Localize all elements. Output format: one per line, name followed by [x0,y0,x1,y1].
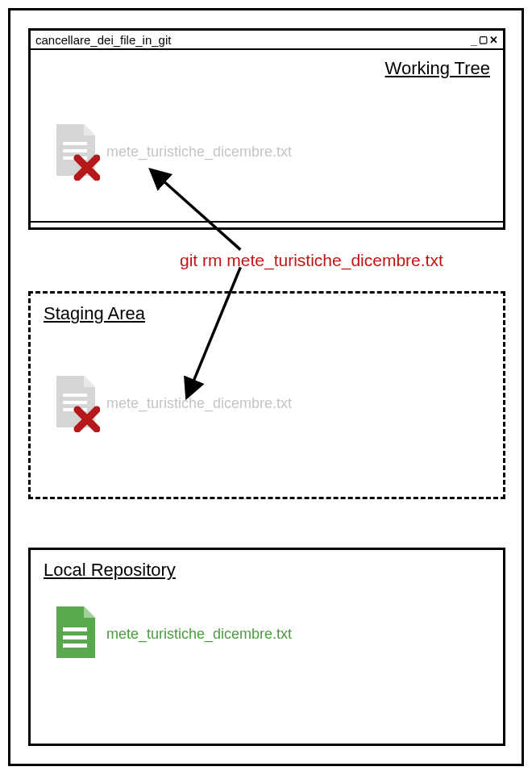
file-deleted-icon [53,374,100,432]
staging-area-title: Staging Area [31,294,503,324]
staging-area-file: mete_turistiche_dicembre.txt [53,374,292,432]
staging-area-file-name: mete_turistiche_dicembre.txt [106,395,292,412]
staging-area: Staging Area mete_turistiche_dicembre.t [28,291,505,499]
working-tree-window: cancellare_dei_file_in_git _ ▢ ✕ Working… [28,28,505,230]
git-command: git rm mete_turistiche_dicembre.txt [180,251,443,270]
diagram-frame: cancellare_dei_file_in_git _ ▢ ✕ Working… [8,8,524,766]
window-controls: _ ▢ ✕ [471,33,498,47]
local-repository-file: mete_turistiche_dicembre.txt [53,605,292,663]
file-deleted-icon [53,123,100,181]
file-icon [53,605,100,663]
window-status-bar [31,221,503,227]
local-repository-file-name: mete_turistiche_dicembre.txt [106,626,292,643]
maximize-icon[interactable]: ▢ [479,34,488,45]
window-titlebar: cancellare_dei_file_in_git _ ▢ ✕ [31,31,503,50]
working-tree-file: mete_turistiche_dicembre.txt [53,123,292,181]
svg-rect-7 [63,635,87,640]
svg-rect-6 [63,627,87,631]
svg-rect-1 [63,149,87,152]
close-icon[interactable]: ✕ [489,34,498,46]
svg-rect-4 [63,401,87,404]
svg-rect-0 [63,142,87,145]
minimize-icon[interactable]: _ [471,33,477,47]
svg-rect-8 [63,644,87,648]
working-tree-body: Working Tree mete_turistiche_dicembre.t [31,50,503,221]
working-tree-title: Working Tree [385,58,490,79]
working-tree-file-name: mete_turistiche_dicembre.txt [106,144,292,160]
local-repository: Local Repository mete_turistiche_dicembr… [28,548,505,746]
svg-rect-3 [63,394,87,397]
window-title: cancellare_dei_file_in_git [35,33,171,47]
local-repository-title: Local Repository [31,550,503,581]
